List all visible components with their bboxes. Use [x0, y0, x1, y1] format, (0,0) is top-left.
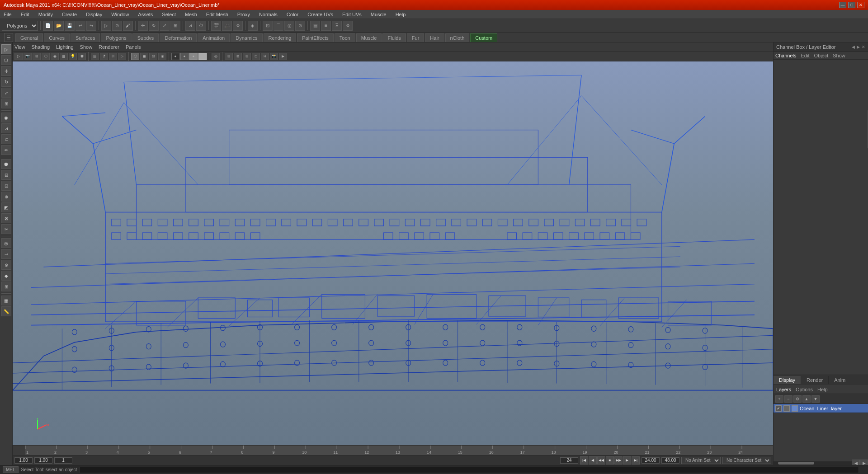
save-scene-button[interactable]: 💾: [65, 21, 75, 31]
close-button[interactable]: ✕: [857, 2, 864, 8]
vp-wireframe-btn[interactable]: ⬡: [42, 53, 50, 60]
bridge-tool[interactable]: ⊠: [1, 213, 11, 223]
new-scene-button[interactable]: 📄: [43, 21, 53, 31]
menu-window[interactable]: Window: [109, 11, 131, 18]
viewport-menu-show[interactable]: Show: [80, 44, 93, 50]
tab-surfaces[interactable]: Surfaces: [71, 33, 100, 42]
new-layer-button[interactable]: +: [775, 395, 783, 403]
vp-light-mode[interactable]: ◉: [158, 53, 166, 60]
cb-tab-show[interactable]: Show: [833, 53, 845, 58]
layer-options-button[interactable]: ⚙: [793, 395, 802, 403]
bind-skin-tool[interactable]: ⊗: [1, 260, 11, 270]
paint-tool[interactable]: ✏: [1, 145, 11, 155]
tab-dynamics[interactable]: Dynamics: [231, 33, 262, 42]
vp-layout-4[interactable]: ⊡: [252, 53, 260, 60]
menu-assets[interactable]: Assets: [136, 11, 155, 18]
layer-item[interactable]: ✓ Ocean_Liner_layer: [774, 404, 868, 413]
anim-end-input[interactable]: [661, 457, 679, 464]
vp-layout-2[interactable]: ⊠: [234, 53, 242, 60]
snap-point-button[interactable]: ◎: [284, 21, 294, 31]
layer-color-swatch[interactable]: [792, 405, 798, 412]
attribute-editor-button[interactable]: Ξ: [332, 21, 342, 31]
redo-button[interactable]: ↪: [86, 21, 96, 31]
tab-deformation[interactable]: Deformation: [160, 33, 197, 42]
menu-proxy[interactable]: Proxy: [236, 11, 252, 18]
lasso-tool-button[interactable]: ⊙: [112, 21, 122, 31]
module-dropdown[interactable]: Polygons: [2, 21, 38, 31]
cb-tab-edit[interactable]: Edit: [801, 53, 809, 58]
lasso-tool[interactable]: ⊂: [1, 134, 11, 144]
render-region-tool[interactable]: ▦: [1, 296, 11, 305]
vp-select-btn[interactable]: ▷: [14, 53, 23, 60]
vp-quality-high[interactable]: ●: [189, 53, 198, 60]
go-to-start-button[interactable]: |◀: [580, 456, 588, 465]
select-tool-button[interactable]: ▷: [101, 21, 111, 31]
vp-heads-up-btn[interactable]: ℍ: [109, 53, 117, 60]
menu-edit[interactable]: Edit: [19, 11, 31, 18]
scroll-left[interactable]: ◀: [852, 460, 860, 465]
scrollbar-track[interactable]: [774, 462, 852, 465]
scale-tool-button[interactable]: ⤢: [160, 21, 170, 31]
vp-quality-med[interactable]: ●: [180, 53, 189, 60]
menu-sets-icon[interactable]: ☰: [4, 33, 13, 42]
tab-ncloth[interactable]: nCloth: [445, 33, 470, 42]
step-forward-button[interactable]: ▶: [623, 456, 631, 465]
menu-edit-uvs[interactable]: Edit UVs: [340, 11, 363, 18]
snap-grid-button[interactable]: ⊡: [263, 21, 273, 31]
vp-poly-count-btn[interactable]: ⁋: [100, 53, 108, 60]
layer-visibility-toggle[interactable]: [783, 405, 790, 412]
move-tool-button[interactable]: ✛: [138, 21, 148, 31]
tab-muscle[interactable]: Muscle: [356, 33, 382, 42]
current-time-input[interactable]: [642, 457, 660, 464]
play-forward-button[interactable]: ▶▶: [614, 456, 623, 465]
undo-button[interactable]: ↩: [75, 21, 85, 31]
vp-quality-ultra[interactable]: ●: [198, 53, 207, 60]
viewport-menu-renderer[interactable]: Renderer: [99, 44, 119, 50]
cb-tab-object[interactable]: Object: [814, 53, 828, 58]
vp-solid-mode[interactable]: ◼: [140, 53, 148, 60]
create-polygon-tool[interactable]: ⬢: [1, 159, 11, 169]
tab-rendering[interactable]: Rendering: [264, 33, 297, 42]
char-set-dropdown[interactable]: No Character Set: [722, 457, 771, 464]
tab-painteffects[interactable]: PaintEffects: [297, 33, 334, 42]
history-button[interactable]: ⏱: [196, 21, 206, 31]
move-tool[interactable]: ✛: [1, 66, 11, 76]
snap-view-button[interactable]: ⊙: [295, 21, 305, 31]
scale-tool[interactable]: ⤢: [1, 88, 11, 98]
show-manip-tool[interactable]: ⊿: [1, 123, 11, 133]
bevel-tool[interactable]: ◩: [1, 202, 11, 212]
step-back-button[interactable]: ◀: [589, 456, 597, 465]
ipr-render-button[interactable]: 🎥: [222, 21, 232, 31]
layer-subtab-help[interactable]: Help: [817, 387, 828, 392]
channel-box-close[interactable]: ✕: [862, 45, 865, 49]
vp-textured-btn[interactable]: ▦: [60, 53, 68, 60]
paint-select-button[interactable]: 🖌: [123, 21, 133, 31]
vp-lights-btn[interactable]: 💡: [69, 53, 77, 60]
universal-manip-button[interactable]: ⊞: [170, 21, 180, 31]
menu-color[interactable]: Color: [285, 11, 300, 18]
tab-fur[interactable]: Fur: [407, 33, 425, 42]
lattice-tool[interactable]: ⊞: [1, 282, 11, 291]
tab-animation[interactable]: Animation: [198, 33, 230, 42]
snap-curve-button[interactable]: ⌒: [274, 21, 283, 31]
cb-tab-channels[interactable]: Channels: [775, 53, 796, 58]
menu-mesh[interactable]: Mesh: [183, 11, 199, 18]
layer-checkbox[interactable]: ✓: [775, 405, 782, 412]
vp-playblast-btn[interactable]: ▶: [279, 53, 287, 60]
viewport-menu-panels[interactable]: Panels: [126, 44, 141, 50]
select-tool[interactable]: ▷: [1, 44, 11, 54]
layer-tab-display[interactable]: Display: [774, 376, 801, 384]
split-polygon-tool[interactable]: ⊟: [1, 170, 11, 180]
play-back-button[interactable]: ◀◀: [597, 456, 605, 465]
vp-snapshot-btn[interactable]: 📸: [270, 53, 278, 60]
layer-subtab-layers[interactable]: Layers: [776, 387, 791, 392]
measure-tool[interactable]: 📏: [1, 306, 11, 316]
extrude-tool[interactable]: ⊡: [1, 181, 11, 191]
channel-box-button[interactable]: ≡: [321, 21, 331, 31]
menu-edit-mesh[interactable]: Edit Mesh: [204, 11, 230, 18]
rotate-tool-button[interactable]: ↻: [149, 21, 159, 31]
vp-layout-1[interactable]: ⊟: [225, 53, 233, 60]
menu-create-uvs[interactable]: Create UVs: [306, 11, 335, 18]
vp-camera-btn[interactable]: 📷: [24, 53, 32, 60]
maximize-button[interactable]: □: [848, 2, 855, 8]
